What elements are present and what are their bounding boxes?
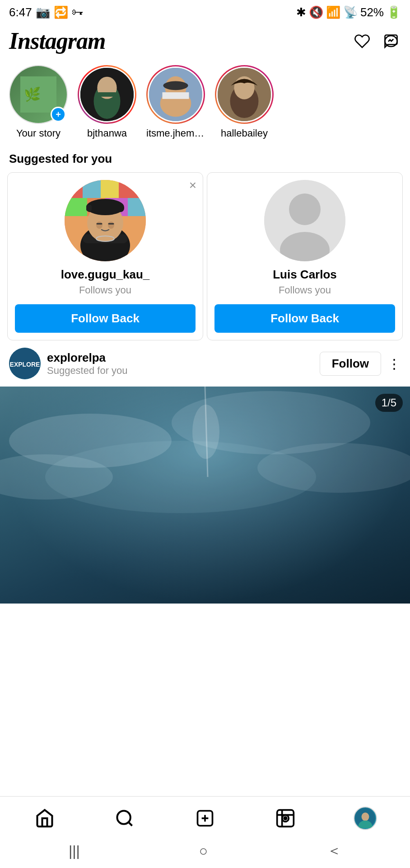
svg-point-56 bbox=[284, 817, 287, 820]
explorelpa-avatar: EXPLORE bbox=[9, 348, 41, 379]
suggested-card-love-gugu: × bbox=[7, 172, 203, 340]
battery-icon: 🔋 bbox=[387, 5, 401, 19]
story-item-bjthanwa[interactable]: bjthanwa bbox=[78, 65, 136, 139]
follow-button-explorelpa[interactable]: Follow bbox=[320, 352, 381, 376]
add-story-button[interactable]: + bbox=[51, 107, 66, 122]
home-nav-button[interactable] bbox=[31, 805, 58, 832]
svg-point-37 bbox=[289, 193, 321, 225]
more-options-button[interactable]: ⋮ bbox=[387, 356, 401, 372]
signal-icon: 📡 bbox=[343, 5, 358, 19]
explorelpa-subtitle: Suggested for you bbox=[47, 365, 313, 377]
svg-rect-20 bbox=[119, 180, 146, 198]
status-right: ✱ 🔇 📶 📡 52% 🔋 bbox=[296, 5, 401, 19]
story-item-itsme-jhem24[interactable]: itsme.jhem24 bbox=[146, 65, 205, 139]
itsme-jhem24-label: itsme.jhem24 bbox=[146, 127, 205, 139]
suggested-card-luis-carlos: Luis Carlos Follows you Follow Back bbox=[207, 172, 403, 340]
svg-text:🌿: 🌿 bbox=[24, 86, 41, 103]
svg-text:EXPLORE: EXPLORE bbox=[10, 361, 40, 368]
close-card-love-gugu[interactable]: × bbox=[189, 179, 196, 192]
svg-rect-18 bbox=[83, 180, 101, 198]
svg-rect-17 bbox=[65, 180, 83, 198]
itsme-avatar bbox=[149, 68, 202, 121]
instagram-logo: Instagram bbox=[9, 28, 106, 54]
explorelpa-info: explorelpa Suggested for you bbox=[47, 351, 313, 377]
suggested-header: Suggested for you bbox=[0, 147, 410, 172]
luis-carlos-avatar bbox=[264, 180, 345, 261]
battery-level: 52% bbox=[360, 5, 384, 19]
bjthanwa-avatar bbox=[80, 68, 134, 121]
home-system-button[interactable]: ○ bbox=[199, 843, 208, 859]
hallebailey-avatar-wrap bbox=[215, 65, 274, 124]
itsme-avatar-wrap bbox=[146, 65, 205, 124]
post-suggestion-row: EXPLORE explorelpa Suggested for you Fol… bbox=[0, 340, 410, 387]
svg-point-60 bbox=[362, 812, 369, 821]
search-nav-button[interactable] bbox=[111, 805, 138, 832]
recent-apps-button[interactable]: ||| bbox=[69, 843, 80, 859]
svg-rect-19 bbox=[101, 180, 119, 198]
luis-carlos-subtitle: Follows you bbox=[279, 284, 331, 296]
wifi-icon: 📶 bbox=[326, 5, 340, 19]
explorelpa-username: explorelpa bbox=[47, 351, 313, 365]
bottom-nav: ||| ○ ＜ bbox=[0, 796, 410, 868]
story-item-hallebailey[interactable]: hallebailey bbox=[215, 65, 274, 139]
system-nav: ||| ○ ＜ bbox=[0, 836, 410, 868]
back-button[interactable]: ＜ bbox=[327, 841, 341, 861]
header-icons bbox=[352, 31, 401, 51]
story-item-your-story[interactable]: 🌿 + Your story bbox=[9, 65, 68, 139]
suggested-cards: × bbox=[0, 172, 410, 340]
profile-nav-button[interactable] bbox=[352, 805, 379, 832]
svg-rect-30 bbox=[86, 205, 92, 211]
svg-point-48 bbox=[192, 405, 219, 459]
reels-nav-button[interactable] bbox=[272, 805, 299, 832]
post-image-svg bbox=[0, 387, 410, 604]
hallebailey-avatar bbox=[218, 68, 271, 121]
messages-button[interactable] bbox=[381, 31, 401, 51]
image-counter: 1/5 bbox=[375, 394, 403, 412]
mute-icon: 🔇 bbox=[309, 5, 323, 19]
svg-rect-24 bbox=[128, 198, 146, 216]
svg-line-50 bbox=[129, 822, 132, 826]
follow-back-button-love-gugu[interactable]: Follow Back bbox=[15, 304, 196, 333]
luis-carlos-username: Luis Carlos bbox=[273, 268, 337, 282]
love-gugu-username: love.gugu_kau_ bbox=[61, 268, 150, 282]
svg-point-31 bbox=[96, 222, 102, 229]
add-post-button[interactable] bbox=[191, 805, 219, 832]
svg-rect-11 bbox=[163, 92, 189, 99]
notifications-button[interactable] bbox=[352, 31, 372, 51]
profile-avatar bbox=[354, 807, 377, 830]
camera-icon: 📷 bbox=[36, 5, 50, 19]
love-gugu-avatar bbox=[65, 180, 146, 261]
svg-rect-21 bbox=[65, 198, 87, 216]
your-story-avatar-wrap: 🌿 + bbox=[9, 65, 68, 124]
app-header: Instagram bbox=[0, 23, 410, 61]
svg-point-12 bbox=[163, 81, 188, 90]
key-icon: 🗝 bbox=[72, 5, 84, 19]
stories-section: 🌿 + Your story bbox=[0, 61, 410, 147]
nav-icons bbox=[0, 797, 410, 836]
status-bar: 6:47 📷 🔁 🗝 ✱ 🔇 📶 📡 52% 🔋 bbox=[0, 0, 410, 23]
svg-point-32 bbox=[108, 222, 114, 229]
time: 6:47 bbox=[9, 5, 32, 19]
bluetooth-icon: ✱ bbox=[296, 5, 306, 19]
your-story-label: Your story bbox=[16, 127, 61, 139]
bjthanwa-label: bjthanwa bbox=[87, 127, 127, 139]
svg-point-49 bbox=[117, 811, 130, 824]
svg-rect-29 bbox=[86, 205, 124, 212]
svg-rect-7 bbox=[98, 92, 116, 97]
status-left: 6:47 📷 🔁 🗝 bbox=[9, 5, 84, 19]
hallebailey-label: hallebailey bbox=[221, 127, 268, 139]
follow-back-button-luis-carlos[interactable]: Follow Back bbox=[214, 304, 395, 333]
love-gugu-subtitle: Follows you bbox=[79, 284, 131, 296]
explorelpa-actions: Follow ⋮ bbox=[320, 352, 401, 376]
nfc-icon: 🔁 bbox=[54, 5, 68, 19]
bjthanwa-avatar-wrap bbox=[78, 65, 136, 124]
post-image: 1/5 bbox=[0, 387, 410, 604]
